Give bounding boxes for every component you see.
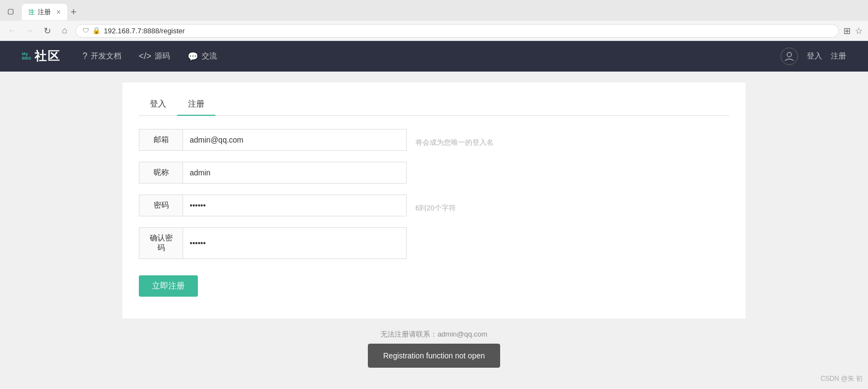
register-form: 邮箱 将会成为您唯一的登入名 昵称 密码 6到20个字符 xyxy=(139,129,511,297)
tab-register[interactable]: 注册 xyxy=(177,93,215,116)
svg-point-1 xyxy=(787,52,791,57)
lock-icon: 🔒 xyxy=(92,27,101,34)
brand: My BBS 社区 xyxy=(22,48,61,64)
tab-title: 注册 xyxy=(38,8,51,17)
nav-links: ? 开发文档 </> 源码 💬 交流 xyxy=(83,51,781,62)
email-label: 邮箱 xyxy=(139,129,183,150)
navbar-right: 登入 注册 xyxy=(781,48,846,65)
password-input[interactable] xyxy=(183,196,406,215)
tab-bar: 注 注册 × + xyxy=(0,0,868,21)
nickname-label: 昵称 xyxy=(139,162,183,183)
confirm-row: 确认密码 xyxy=(139,227,407,259)
password-label: 密码 xyxy=(139,195,183,216)
email-row: 邮箱 xyxy=(139,129,407,151)
source-icon: </> xyxy=(139,51,151,61)
nav-source-label: 源码 xyxy=(155,51,170,61)
extensions-button[interactable]: ⊞ xyxy=(843,26,851,36)
nav-docs[interactable]: ? 开发文档 xyxy=(83,51,121,62)
brand-mybbs: My BBS xyxy=(22,52,31,61)
navbar-login-link[interactable]: 登入 xyxy=(807,51,822,61)
toast-notification: Registration function not open xyxy=(368,344,500,368)
browser-actions: ⊞ ☆ xyxy=(843,26,863,36)
nav-docs-label: 开发文档 xyxy=(91,51,121,61)
new-tab-button[interactable]: + xyxy=(71,7,77,18)
discuss-icon: 💬 xyxy=(187,51,198,62)
active-tab[interactable]: 注 注册 × xyxy=(22,4,67,20)
navbar: My BBS 社区 ? 开发文档 </> 源码 💬 交流 登入 注册 xyxy=(0,41,868,72)
nav-discuss[interactable]: 💬 交流 xyxy=(187,51,217,62)
shield-icon: 🛡 xyxy=(83,27,89,34)
nickname-input[interactable] xyxy=(183,163,406,182)
nickname-row: 昵称 xyxy=(139,162,407,184)
url-port-path: :8888/register xyxy=(142,27,185,35)
form-tabs: 登入 注册 xyxy=(139,93,729,116)
password-hint: 6到20个字符 xyxy=(415,203,456,213)
browser-back-btn[interactable] xyxy=(4,5,17,19)
tab-close-btn[interactable]: × xyxy=(56,8,61,16)
docs-icon: ? xyxy=(83,51,87,61)
address-bar: ← → ↻ ⌂ 🛡 🔒 192.168.7.7:8888/register ⊞ … xyxy=(0,21,868,40)
password-row: 密码 xyxy=(139,194,407,216)
confirm-label: 确认密码 xyxy=(139,228,183,258)
forward-button[interactable]: → xyxy=(23,24,36,37)
email-input[interactable] xyxy=(183,130,406,150)
user-avatar xyxy=(781,48,798,65)
url-text: 192.168.7.7:8888/register xyxy=(104,27,832,35)
bookmark-button[interactable]: ☆ xyxy=(855,26,863,36)
navbar-register-link[interactable]: 注册 xyxy=(831,51,846,61)
url-bar[interactable]: 🛡 🔒 192.168.7.7:8888/register xyxy=(75,24,839,38)
tab-login[interactable]: 登入 xyxy=(139,93,177,116)
watermark: CSDN @朱 初 xyxy=(820,374,863,384)
email-hint: 将会成为您唯一的登入名 xyxy=(415,138,494,148)
tab-favicon: 注 xyxy=(28,8,34,16)
nav-discuss-label: 交流 xyxy=(202,51,217,61)
main-card: 登入 注册 邮箱 将会成为您唯一的登入名 昵称 xyxy=(122,82,746,319)
home-button[interactable]: ⌂ xyxy=(58,24,71,37)
refresh-button[interactable]: ↻ xyxy=(40,24,54,37)
svg-rect-0 xyxy=(8,9,13,14)
confirm-input[interactable] xyxy=(183,233,406,253)
submit-button[interactable]: 立即注册 xyxy=(139,275,198,297)
nav-source[interactable]: </> 源码 xyxy=(139,51,170,62)
browser-chrome: 注 注册 × + ← → ↻ ⌂ 🛡 🔒 192.168.7.7:8888/re… xyxy=(0,0,868,41)
page-content: 登入 注册 邮箱 将会成为您唯一的登入名 昵称 xyxy=(0,72,868,389)
url-domain: 192.168.7.7 xyxy=(104,27,142,35)
brand-community: 社区 xyxy=(34,48,61,64)
back-button[interactable]: ← xyxy=(5,24,19,37)
